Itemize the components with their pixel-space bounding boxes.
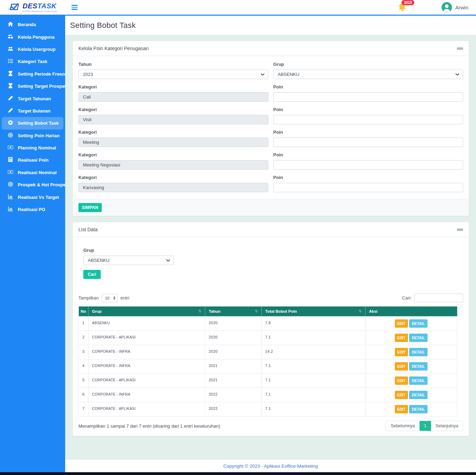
pagination-prev[interactable]: Sebelumnya [386, 421, 420, 431]
pen-icon [8, 108, 13, 114]
detail-button[interactable]: DETAIL [409, 362, 428, 371]
sidebar-item-target-tahunan[interactable]: Target Tahunan [0, 92, 65, 104]
column-header-total-bobot-poin[interactable]: Total Bobot Poin⇅ [262, 306, 366, 317]
sidebar-item-label: Realisasi Vs Target [18, 195, 59, 200]
sidebar-item-label: Realisasi PO [18, 207, 45, 212]
list-grup-label: Grup [83, 248, 463, 253]
collapse-list-card-button[interactable] [457, 228, 463, 231]
collapse-form-card-button[interactable] [457, 47, 463, 50]
detail-button[interactable]: DETAIL [409, 319, 428, 328]
logo-mark-icon [8, 2, 20, 12]
sidebar-item-beranda[interactable]: Beranda [0, 18, 65, 31]
detail-button[interactable]: DETAIL [409, 376, 428, 385]
sidebar-item-kelola-usergroup[interactable]: Kelola Usergroup [0, 43, 65, 55]
user-menu[interactable]: Arwin [442, 2, 468, 13]
poin-meeting-negosiasi-label: Poin [273, 152, 463, 157]
page-length-select[interactable]: 10 [102, 294, 118, 302]
sidebar-item-realisasi-nominal[interactable]: Realisasi Nominal [0, 166, 65, 179]
kategori-call-label: Kategori [78, 84, 268, 89]
tahun-label: Tahun [78, 62, 268, 67]
sidebar-item-realisasi-vs-target[interactable]: Realisasi Vs Target [0, 191, 65, 203]
cell-grup: CORPORATE - INFRA [89, 388, 205, 402]
poin-call-input[interactable] [273, 92, 463, 102]
kategori-meeting-input[interactable] [78, 138, 268, 147]
cell-grup: CORPORATE - APLIKASI [89, 402, 205, 416]
detail-button[interactable]: DETAIL [409, 391, 428, 399]
main-area: Setting Bobot Task Kelola Poin Kategori … [65, 16, 476, 472]
brand-subtitle: Aplikasi Manajemen Tugas Kerja [22, 10, 57, 12]
length-label-after: entri [121, 295, 129, 301]
cell-tahun: 2021 [205, 374, 262, 388]
sidebar-toggle-button[interactable] [71, 5, 78, 10]
edit-button[interactable]: EDIT [395, 348, 408, 356]
kategori-kanvasing-input[interactable] [78, 183, 268, 192]
sidebar-item-label: Kelola Pengguna [18, 34, 54, 40]
poin-meeting-negosiasi-input[interactable] [273, 160, 463, 170]
poin-visit-input[interactable] [273, 115, 463, 124]
kategori-visit-input[interactable] [78, 115, 268, 124]
detail-button[interactable]: DETAIL [409, 405, 428, 413]
sidebar-item-label: Planning Nominal [18, 145, 56, 150]
copyright-text: Copyright © 2023 - Aplikasi Eoffice-Mark… [223, 464, 318, 469]
cell-no: 2 [79, 331, 89, 345]
money-icon [8, 169, 13, 176]
cell-tahun: 2020 [205, 345, 262, 359]
poin-meeting-input[interactable] [273, 138, 463, 147]
sidebar-item-planning-nominal[interactable]: Planning Nominal [0, 142, 65, 154]
sidebar-item-kelola-pengguna[interactable]: Kelola Pengguna [0, 31, 65, 43]
detail-button[interactable]: DETAIL [409, 348, 428, 356]
sidebar-item-setting-periode-freeze[interactable]: Setting Periode Freeze [0, 68, 65, 80]
cell-aksi: EDITDETAIL [366, 359, 457, 374]
grup-select[interactable]: ABSENKU [273, 70, 463, 79]
sidebar-item-target-bulanan[interactable]: Target Bulanan [0, 105, 65, 117]
cell-grup: CORPORATE - INFRA [89, 359, 205, 374]
cell-aksi: EDITDETAIL [366, 388, 457, 402]
kategori-kanvasing-label: Kategori [78, 175, 268, 180]
logo[interactable]: DESTASK Aplikasi Manajemen Tugas Kerja [0, 2, 65, 12]
table-row: 4CORPORATE - INFRA20217.1EDITDETAIL [79, 359, 457, 374]
sidebar-item-realisasi-po[interactable]: Realisasi PO [0, 203, 65, 216]
sidebar-item-label: Kategori Task [18, 59, 47, 64]
table-row: 6CORPORATE - INFRA20227.1EDITDETAIL [79, 388, 457, 402]
simpan-button[interactable]: SIMPAN [78, 203, 102, 212]
cari-button[interactable]: Cari [83, 270, 101, 279]
list-grup-select[interactable]: ABSENKU [83, 256, 174, 265]
sidebar-item-setting-poin-harian[interactable]: Setting Poin Harian [0, 130, 65, 142]
poin-kanvasing-input[interactable] [273, 183, 463, 192]
sidebar-item-label: Beranda [18, 22, 36, 27]
edit-button[interactable]: EDIT [395, 391, 408, 399]
chart-icon [8, 206, 13, 213]
hourglass-icon [8, 83, 13, 89]
kategori-meeting-negosiasi-input[interactable] [78, 160, 268, 170]
column-header-grup[interactable]: Grup⇅ [89, 306, 205, 317]
table-row: 5CORPORATE - APLIKASI20217.1EDITDETAIL [79, 374, 457, 388]
pagination-next[interactable]: Selanjutnya [431, 421, 463, 431]
sidebar-item-label: Setting Bobot Task [18, 120, 59, 126]
edit-button[interactable]: EDIT [395, 334, 408, 342]
sidebar-item-label: Realisasi Poin [18, 157, 48, 163]
list-check-icon [8, 58, 13, 65]
sidebar-item-setting-target-prospek[interactable]: Setting Target Prospek [0, 80, 65, 92]
column-header-tahun[interactable]: Tahun⇅ [205, 306, 262, 317]
sort-icon: ⇅ [199, 309, 201, 313]
edit-button[interactable]: EDIT [395, 405, 408, 413]
pagination: Sebelumnya 1 Selanjutnya [386, 421, 463, 431]
user-icon [442, 2, 452, 13]
tahun-select[interactable]: 2023 [78, 70, 268, 79]
sidebar-item-kategori-task[interactable]: Kategori Task [0, 55, 65, 68]
kategori-visit-label: Kategori [78, 107, 268, 112]
notifications-button[interactable]: 1013 [398, 3, 407, 12]
table-row: 7CORPORATE - APLIKASI20227.1EDITDETAIL [79, 402, 457, 416]
sidebar-item-realisasi-poin[interactable]: Realisasi Poin [0, 154, 65, 166]
sidebar-item-setting-bobot-task[interactable]: Setting Bobot Task [2, 117, 63, 129]
kategori-call-input[interactable] [78, 92, 268, 102]
detail-button[interactable]: DETAIL [409, 334, 428, 342]
sidebar-item-label: Setting Target Prospek [18, 84, 65, 89]
sidebar-item-prospek-hot-prospek[interactable]: Prospek & Hot Prospek [0, 179, 65, 191]
edit-button[interactable]: EDIT [395, 319, 408, 328]
edit-button[interactable]: EDIT [395, 376, 408, 385]
edit-button[interactable]: EDIT [395, 362, 408, 371]
table-search-input[interactable] [414, 294, 463, 302]
table-row: 1ABSENKU20207.8EDITDETAIL [79, 317, 457, 331]
pagination-page-1[interactable]: 1 [420, 421, 431, 431]
